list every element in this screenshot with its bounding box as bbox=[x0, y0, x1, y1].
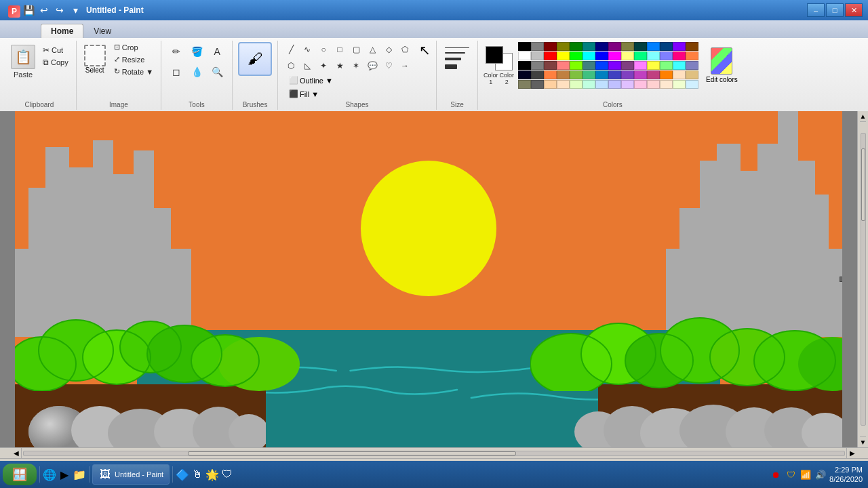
callout-button[interactable]: 💬 bbox=[365, 58, 380, 73]
paste-button[interactable]: 📋 Paste bbox=[8, 42, 38, 81]
color-swatch-22[interactable] bbox=[621, 52, 634, 60]
color-swatch-58[interactable] bbox=[544, 80, 557, 89]
color-swatch-5[interactable] bbox=[583, 42, 595, 51]
vscroll-track[interactable] bbox=[861, 133, 866, 426]
magnifier-tool-button[interactable]: 🔍 bbox=[208, 62, 226, 81]
color-swatch-26[interactable] bbox=[673, 52, 686, 60]
color-swatch-39[interactable] bbox=[660, 61, 673, 70]
eraser-tool-button[interactable]: ◻ bbox=[167, 62, 186, 81]
color-swatch-6[interactable] bbox=[595, 42, 608, 51]
maximize-button[interactable]: □ bbox=[826, 3, 844, 17]
color-swatch-54[interactable] bbox=[673, 70, 686, 79]
vscroll-down-button[interactable]: ▼ bbox=[860, 436, 867, 447]
taskbar-extra-1[interactable]: 🔷 bbox=[176, 468, 189, 481]
color-swatch-57[interactable] bbox=[531, 80, 544, 89]
color-swatch-65[interactable] bbox=[634, 80, 647, 89]
qa-dropdown-button[interactable]: ▾ bbox=[68, 3, 82, 17]
color-swatch-18[interactable] bbox=[570, 52, 583, 60]
hscroll-right-button[interactable]: ▶ bbox=[846, 448, 857, 459]
crop-button[interactable]: ⊡ Crop bbox=[112, 42, 155, 52]
color-swatch-0[interactable] bbox=[518, 42, 531, 51]
horizontal-scrollbar[interactable]: ◀ ▶ bbox=[0, 447, 868, 458]
color-swatch-51[interactable] bbox=[634, 70, 647, 79]
color-swatch-50[interactable] bbox=[621, 70, 634, 79]
color1-swatch[interactable] bbox=[486, 46, 503, 64]
color-swatch-23[interactable] bbox=[634, 52, 647, 60]
eyedropper-tool-button[interactable]: 💧 bbox=[187, 62, 206, 81]
color-swatch-41[interactable] bbox=[686, 61, 698, 70]
color-swatch-49[interactable] bbox=[608, 70, 621, 79]
color-swatch-10[interactable] bbox=[647, 42, 660, 51]
color-swatch-16[interactable] bbox=[544, 52, 557, 60]
color-swatch-28[interactable] bbox=[518, 61, 531, 70]
save-quick-button[interactable]: 💾 bbox=[22, 3, 35, 17]
curve-tool-button[interactable]: ∿ bbox=[300, 42, 315, 57]
color-swatch-36[interactable] bbox=[621, 61, 634, 70]
taskbar-icon-ie[interactable]: 🌐 bbox=[43, 468, 56, 481]
color-swatch-46[interactable] bbox=[570, 70, 583, 79]
hscroll-left-button[interactable]: ◀ bbox=[11, 448, 22, 459]
rotate-button[interactable]: ↻ Rotate ▼ bbox=[112, 66, 155, 77]
color-swatch-33[interactable] bbox=[583, 61, 595, 70]
color-swatch-63[interactable] bbox=[608, 80, 621, 89]
color-swatch-60[interactable] bbox=[570, 80, 583, 89]
color-swatch-38[interactable] bbox=[647, 61, 660, 70]
color-swatch-4[interactable] bbox=[570, 42, 583, 51]
hexagon-tool-button[interactable]: ⬡ bbox=[283, 58, 298, 73]
color-swatch-19[interactable] bbox=[583, 52, 595, 60]
color-swatch-59[interactable] bbox=[557, 80, 570, 89]
resize-button[interactable]: ⤢ Resize bbox=[112, 54, 155, 64]
color-swatch-8[interactable] bbox=[621, 42, 634, 51]
color-swatch-48[interactable] bbox=[595, 70, 608, 79]
color-swatch-31[interactable] bbox=[557, 61, 570, 70]
triangle-tool-button[interactable]: △ bbox=[365, 42, 380, 57]
color-swatch-34[interactable] bbox=[595, 61, 608, 70]
diamond-tool-button[interactable]: ◇ bbox=[381, 42, 396, 57]
hscroll-track[interactable] bbox=[23, 451, 845, 456]
color-swatch-7[interactable] bbox=[608, 42, 621, 51]
taskbar-extra-4[interactable]: 🛡 bbox=[220, 468, 234, 481]
tab-view[interactable]: View bbox=[83, 24, 121, 38]
color-swatch-9[interactable] bbox=[634, 42, 647, 51]
color-swatch-67[interactable] bbox=[660, 80, 673, 89]
taskbar-icon-media[interactable]: ▶ bbox=[58, 468, 71, 481]
paint-logo-icon[interactable]: P bbox=[8, 5, 20, 18]
color-swatch-12[interactable] bbox=[673, 42, 686, 51]
color-swatch-21[interactable] bbox=[608, 52, 621, 60]
color-swatch-29[interactable] bbox=[531, 61, 544, 70]
outline-button[interactable]: ⬜ Outline ▼ bbox=[286, 75, 412, 86]
star4-button[interactable]: ✦ bbox=[316, 58, 331, 73]
edit-colors-button[interactable]: Edit colors bbox=[702, 46, 742, 85]
color-swatch-62[interactable] bbox=[595, 80, 608, 89]
taskbar-paint-window[interactable]: 🖼 Untitled - Paint bbox=[92, 464, 170, 485]
right-triangle-button[interactable]: ◺ bbox=[300, 58, 315, 73]
vscroll-thumb[interactable] bbox=[861, 148, 865, 222]
color-swatch-47[interactable] bbox=[583, 70, 595, 79]
color-swatch-53[interactable] bbox=[660, 70, 673, 79]
color-swatch-30[interactable] bbox=[544, 61, 557, 70]
oval-tool-button[interactable]: ○ bbox=[316, 42, 331, 57]
canvas-resize-handle-right-mid[interactable] bbox=[840, 277, 842, 282]
color-swatch-13[interactable] bbox=[686, 42, 698, 51]
redo-quick-button[interactable]: ↪ bbox=[53, 3, 66, 17]
line-tool-button[interactable]: ╱ bbox=[283, 42, 298, 57]
paint-canvas[interactable] bbox=[15, 111, 842, 447]
rounded-rect-button[interactable]: ▢ bbox=[349, 42, 363, 57]
tab-home[interactable]: Home bbox=[41, 24, 83, 38]
taskbar-extra-2[interactable]: 🖱 bbox=[191, 468, 204, 481]
hscroll-thumb[interactable] bbox=[188, 451, 516, 455]
color-swatch-15[interactable] bbox=[531, 52, 544, 60]
color-swatch-66[interactable] bbox=[647, 80, 660, 89]
pentagon-tool-button[interactable]: ⬠ bbox=[397, 42, 412, 57]
color-swatch-56[interactable] bbox=[518, 80, 531, 89]
color-swatch-27[interactable] bbox=[686, 52, 698, 60]
size-line-2[interactable] bbox=[445, 52, 465, 54]
size-line-1[interactable] bbox=[445, 47, 469, 48]
color-swatch-45[interactable] bbox=[557, 70, 570, 79]
color-swatch-1[interactable] bbox=[531, 42, 544, 51]
star5-button[interactable]: ★ bbox=[332, 58, 347, 73]
pencil-tool-button[interactable]: ✏ bbox=[167, 42, 186, 61]
taskbar-icon-folder[interactable]: 📁 bbox=[73, 468, 86, 481]
vertical-scrollbar[interactable]: ▲ ▼ bbox=[857, 111, 868, 447]
color-swatch-37[interactable] bbox=[634, 61, 647, 70]
